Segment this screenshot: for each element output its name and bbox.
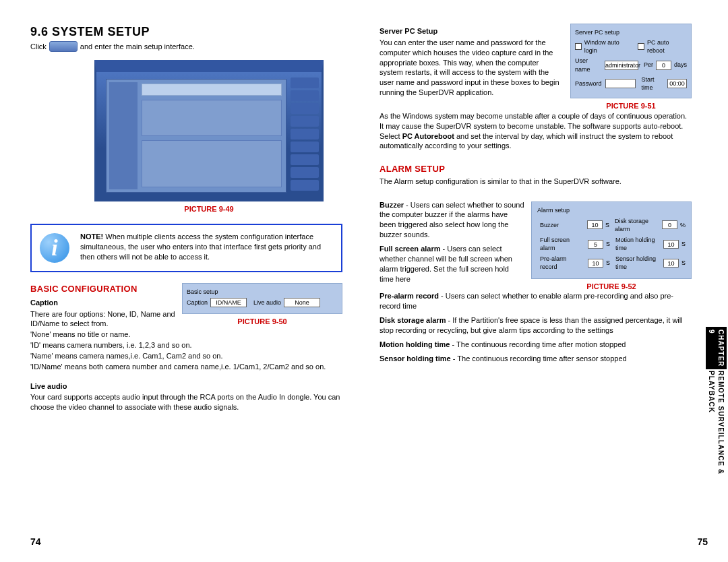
- caption-line: 'ID' means camera numbers, i.e. 1,2,3 an…: [30, 340, 342, 350]
- fig51-winlogin-checkbox: [575, 43, 582, 50]
- fig51-start-label: Start time: [641, 75, 665, 92]
- chapter-number: CHAPTER 9: [706, 327, 727, 369]
- fig52-sensor-label: Sensor holding time: [615, 255, 661, 271]
- fig50-caption-value: ID/NAME: [210, 298, 247, 307]
- fig52-disk-label: Disk storage alarm: [615, 217, 659, 233]
- fig51-start-value: 00:00: [667, 79, 687, 88]
- right-page: Server PC setup Window auto login PC aut…: [380, 24, 708, 549]
- fig51-uname-value: administrator: [605, 61, 638, 70]
- fig52-full-value: 5: [588, 240, 603, 249]
- fig52-motion-value: 10: [663, 240, 679, 249]
- note-body: When multiple clients access the system …: [80, 232, 321, 261]
- fig52-disk-unit: %: [680, 221, 686, 229]
- picture-9-49-caption: PICTURE 9-49: [94, 204, 324, 214]
- fig52-pre-label: Pre-alarm record: [540, 255, 585, 271]
- liveaudio-text: Your card supports accepts audio input t…: [30, 392, 342, 412]
- fig50-caption-label: Caption: [187, 299, 208, 307]
- page-spread: 9.6 SYSTEM SETUP Click and enter the mai…: [0, 0, 728, 562]
- alarm-setup-heading: ALARM SETUP: [380, 163, 692, 175]
- note-label: NOTE!: [80, 232, 103, 241]
- click-text-before: Click: [30, 42, 47, 52]
- fig52-sensor-unit: S: [681, 259, 686, 267]
- fig51-pwd-value: [605, 79, 636, 88]
- figure-9-52: Alarm setup Buzzer 10 S Disk storage ala…: [531, 201, 692, 292]
- fig52-pre-unit: S: [606, 259, 610, 267]
- server-pc-p2: As the Windows system may become unstabl…: [380, 111, 692, 151]
- chapter-title: REMOTE SURVEILLANCE & PLAYBACK: [707, 371, 725, 495]
- motion-desc: - The continuous recording time after mo…: [450, 340, 626, 348]
- figure-9-51: Server PC setup Window auto login PC aut…: [570, 24, 692, 111]
- note-box: i NOTE! When multiple clients access the…: [30, 224, 342, 272]
- figure-9-49: [94, 60, 324, 201]
- fullscreen-lbl: Full screen alarm: [380, 245, 441, 253]
- click-text-after: and enter the main setup interface.: [80, 42, 195, 52]
- chapter-tab: CHAPTER 9 REMOTE SURVEILLANCE & PLAYBACK: [710, 327, 721, 495]
- fig52-motion-unit: S: [681, 240, 686, 248]
- note-text: NOTE! When multiple clients access the s…: [80, 232, 332, 262]
- page-number-right: 75: [697, 536, 708, 549]
- fig51-title: Server PC setup: [575, 28, 687, 36]
- sensor-lbl: Sensor holding time: [380, 354, 451, 363]
- page-number-left: 74: [30, 536, 41, 549]
- info-icon: i: [38, 232, 71, 264]
- click-instruction: Click and enter the main setup interface…: [30, 41, 342, 52]
- figure-9-50: Basic setup Caption ID/NAME Live audio N…: [182, 283, 342, 327]
- fig50-liveaudio-label: Live audio: [253, 299, 281, 307]
- fig52-sensor-value: 10: [663, 259, 679, 268]
- fig52-buzzer-value: 10: [587, 220, 603, 229]
- caption-line: 'Name' means camera names,i.e. Cam1, Cam…: [30, 351, 342, 361]
- picture-9-51-caption: PICTURE 9-51: [570, 101, 692, 111]
- fig51-reboot-label: PC auto reboot: [647, 38, 687, 55]
- fig52-motion-label: Motion holding time: [615, 236, 661, 252]
- disk-lbl: Disk storage alarm: [380, 316, 446, 324]
- alarm-intro: The Alarm setup configuration is similar…: [380, 177, 692, 187]
- liveaudio-subhead: Live audio: [30, 381, 342, 392]
- sensor-desc: - The continuous recording time after se…: [451, 354, 627, 363]
- setup-button-icon: [49, 41, 78, 52]
- fig50-liveaudio-value: None: [284, 298, 320, 307]
- fig52-full-unit: S: [606, 240, 610, 248]
- fig52-buzzer-unit: S: [605, 221, 609, 229]
- fig52-pre-value: 10: [588, 259, 603, 268]
- section-heading: 9.6 SYSTEM SETUP: [30, 24, 342, 40]
- fig52-buzzer-label: Buzzer: [540, 221, 584, 229]
- fig51-per-label: Per: [644, 61, 653, 69]
- picture-9-52-caption: PICTURE 9-52: [531, 282, 692, 292]
- server-p2b: PC Autoreboot: [402, 132, 454, 140]
- fig51-winlogin-label: Window auto login: [584, 38, 633, 55]
- fig51-pwd-label: Password: [575, 80, 603, 88]
- fig51-reboot-checkbox: [638, 43, 644, 50]
- fig51-per-unit: days: [674, 61, 687, 69]
- fig52-disk-value: 0: [662, 220, 677, 229]
- buzzer-lbl: Buzzer: [380, 201, 404, 209]
- motion-lbl: Motion holding time: [380, 340, 450, 348]
- fig51-uname-label: User name: [575, 57, 602, 73]
- picture-9-50-caption: PICTURE 9-50: [182, 317, 342, 327]
- left-page: 9.6 SYSTEM SETUP Click and enter the mai…: [30, 24, 342, 549]
- prealarm-lbl: Pre-alarm record: [380, 292, 439, 300]
- fig51-per-value: 0: [656, 61, 671, 70]
- caption-line: 'None' means no title or name.: [30, 330, 342, 340]
- caption-line: 'ID/Name' means both camera number and c…: [30, 362, 342, 372]
- fig50-title: Basic setup: [187, 288, 338, 296]
- fig52-title: Alarm setup: [537, 206, 686, 214]
- fig52-full-label: Full screen alarm: [540, 236, 585, 252]
